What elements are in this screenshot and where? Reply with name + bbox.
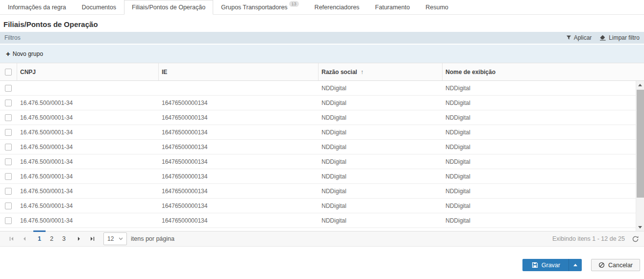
column-header-ie[interactable]: IE xyxy=(159,63,319,80)
row-checkbox[interactable] xyxy=(5,114,12,121)
row-checkbox-cell xyxy=(0,188,17,195)
pager: 123 12 itens por página Exibindo itens 1… xyxy=(0,231,644,247)
cell-nome-exibicao: NDDigital xyxy=(443,203,644,209)
page-size-dropdown[interactable]: 12 xyxy=(103,232,127,245)
page-size-label: itens por página xyxy=(131,235,174,242)
cell-razao-social: NDDigital xyxy=(319,158,443,165)
tab-count-badge: 13 xyxy=(289,1,299,7)
clear-filter-label: Limpar filtro xyxy=(609,34,640,41)
cell-nome-exibicao: NDDigital xyxy=(443,158,644,165)
row-checkbox[interactable] xyxy=(5,158,12,165)
funnel-icon xyxy=(566,35,571,41)
new-group-button[interactable]: + Novo grupo xyxy=(6,51,43,57)
previous-page-button[interactable] xyxy=(18,231,30,246)
cell-cnpj: 16.476.500/0001-34 xyxy=(17,217,159,224)
tab[interactable]: Informações da regra xyxy=(0,0,74,15)
cell-razao-social: NDDigital xyxy=(319,144,443,151)
column-header-cnpj[interactable]: CNPJ xyxy=(17,63,159,80)
cell-cnpj: 16.476.500/0001-34 xyxy=(17,129,159,136)
table-row[interactable]: 16.476.500/0001-34 16476500000134 NDDigi… xyxy=(0,199,644,213)
cell-razao-social: NDDigital xyxy=(319,217,443,224)
cell-ie: 16476500000134 xyxy=(159,173,319,180)
table-row[interactable]: 16.476.500/0001-34 16476500000134 NDDigi… xyxy=(0,184,644,199)
cancel-icon xyxy=(598,262,605,268)
table-row[interactable]: 16.476.500/0001-34 16476500000134 NDDigi… xyxy=(0,140,644,154)
save-options-arrow-button[interactable] xyxy=(569,259,582,271)
filters-actions: Aplicar Limpar filtro xyxy=(566,34,640,41)
next-page-button[interactable] xyxy=(73,231,86,246)
filters-title: Filtros xyxy=(4,34,21,41)
row-checkbox-cell xyxy=(0,129,17,136)
page-number-list: 123 xyxy=(33,231,70,246)
row-checkbox[interactable] xyxy=(5,144,12,151)
page-number-button[interactable]: 3 xyxy=(58,231,70,246)
cell-nome-exibicao: NDDigital xyxy=(443,100,644,106)
row-checkbox-cell xyxy=(0,114,17,121)
save-icon xyxy=(532,262,538,268)
clear-filter-button[interactable]: Limpar filtro xyxy=(599,34,640,41)
scroll-up-arrow[interactable] xyxy=(636,81,644,89)
table-row[interactable]: 16.476.500/0001-34 16476500000134 NDDigi… xyxy=(0,169,644,184)
footer-actions: Gravar Cancelar xyxy=(522,259,640,271)
table-row[interactable]: NDDigital NDDigital xyxy=(0,81,644,96)
eraser-icon xyxy=(599,35,606,41)
column-header-nome-exibicao[interactable]: Nome de exibição xyxy=(443,63,644,80)
cell-nome-exibicao: NDDigital xyxy=(443,144,644,151)
tab-label: Resumo xyxy=(425,4,448,11)
tab[interactable]: Grupos Transportadores 13 xyxy=(213,0,307,15)
save-button[interactable]: Gravar xyxy=(522,259,569,271)
sort-asc-icon: ↑ xyxy=(361,69,364,76)
cell-nome-exibicao: NDDigital xyxy=(443,217,644,224)
row-checkbox[interactable] xyxy=(5,173,12,180)
cell-razao-social: NDDigital xyxy=(319,173,443,180)
page-number-button[interactable]: 1 xyxy=(33,231,46,246)
page-number-button[interactable]: 2 xyxy=(46,231,58,246)
cell-nome-exibicao: NDDigital xyxy=(443,129,644,136)
row-checkbox-cell xyxy=(0,203,17,209)
row-checkbox[interactable] xyxy=(5,100,12,106)
scroll-down-arrow[interactable] xyxy=(636,223,644,231)
plus-icon: + xyxy=(6,51,10,57)
tab[interactable]: Resumo xyxy=(418,0,456,15)
row-checkbox[interactable] xyxy=(5,188,12,195)
tab[interactable]: Referenciadores xyxy=(307,0,368,15)
select-all-checkbox[interactable] xyxy=(5,69,12,76)
row-checkbox[interactable] xyxy=(5,217,12,224)
apply-filter-label: Aplicar xyxy=(574,34,592,41)
row-checkbox[interactable] xyxy=(5,129,12,136)
vertical-scrollbar[interactable] xyxy=(636,81,644,231)
column-label: IE xyxy=(162,69,167,76)
row-checkbox-cell xyxy=(0,85,17,92)
pager-right: Exibindo itens 1 - 12 de 25 xyxy=(552,235,639,243)
table-row[interactable]: 16.476.500/0001-34 16476500000134 NDDigi… xyxy=(0,125,644,140)
cell-cnpj: 16.476.500/0001-34 xyxy=(17,114,159,121)
scrollbar-thumb[interactable] xyxy=(637,90,644,198)
cell-razao-social: NDDigital xyxy=(319,114,443,121)
cell-razao-social: NDDigital xyxy=(319,85,443,92)
refresh-button[interactable] xyxy=(632,235,639,243)
table-row[interactable]: 16.476.500/0001-34 16476500000134 NDDigi… xyxy=(0,96,644,110)
tab[interactable]: Faturamento xyxy=(367,0,418,15)
apply-filter-button[interactable]: Aplicar xyxy=(566,34,592,41)
first-page-button[interactable] xyxy=(5,231,18,246)
table-row[interactable]: 16.476.500/0001-34 16476500000134 NDDigi… xyxy=(0,154,644,169)
page-title: Filiais/Pontos de Operação xyxy=(0,15,644,32)
tab[interactable]: Documentos xyxy=(74,0,124,15)
row-checkbox[interactable] xyxy=(5,203,12,209)
cell-cnpj: 16.476.500/0001-34 xyxy=(17,100,159,106)
column-header-razao-social[interactable]: Razão social ↑ xyxy=(319,63,443,80)
table-row[interactable]: 16.476.500/0001-34 16476500000134 NDDigi… xyxy=(0,213,644,228)
tab-label: Grupos Transportadores xyxy=(221,4,288,11)
page-size-value: 12 xyxy=(107,235,114,242)
table-row[interactable]: 16.476.500/0001-34 16476500000134 NDDigi… xyxy=(0,110,644,125)
cell-nome-exibicao: NDDigital xyxy=(443,114,644,121)
cell-cnpj: 16.476.500/0001-34 xyxy=(17,158,159,165)
cell-ie: 16476500000134 xyxy=(159,129,319,136)
tab[interactable]: Filiais/Pontos de Operação xyxy=(124,0,213,15)
table-rows-container: NDDigital NDDigital 16.476.500/0001-34 1… xyxy=(0,81,644,231)
cancel-button[interactable]: Cancelar xyxy=(591,259,640,271)
row-checkbox[interactable] xyxy=(5,85,12,92)
new-group-label: Novo grupo xyxy=(13,51,43,57)
grid-toolbar: + Novo grupo xyxy=(0,45,644,63)
last-page-button[interactable] xyxy=(86,231,99,246)
